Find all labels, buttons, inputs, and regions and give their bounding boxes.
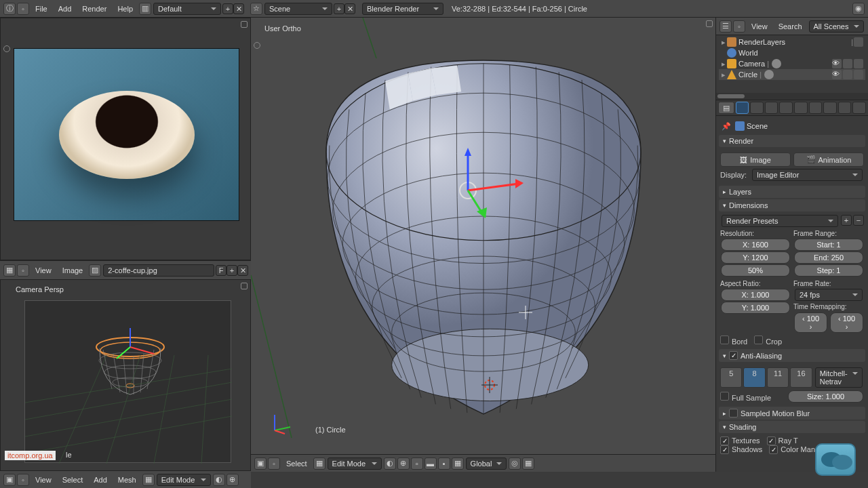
aa-16-button[interactable]: 16 bbox=[790, 367, 812, 388]
res-x-field[interactable]: X: 1600 bbox=[721, 239, 790, 251]
image-filename-field[interactable]: 2-coffe-cup.jpg bbox=[103, 264, 214, 277]
dimensions-panel-header[interactable]: Dimensions bbox=[719, 199, 865, 211]
editor-type-icon[interactable]: ▣ bbox=[254, 458, 267, 470]
remap-old-field[interactable]: ‹ 100 › bbox=[794, 312, 827, 333]
pivot-icon[interactable]: ⊕ bbox=[226, 474, 239, 486]
view-menu[interactable]: View bbox=[747, 21, 772, 32]
frame-step-field[interactable]: Step: 1 bbox=[794, 264, 863, 277]
shading-icon[interactable]: ◐ bbox=[213, 474, 225, 486]
render-menu[interactable]: Render bbox=[77, 3, 112, 15]
outliner[interactable]: ▸RenderLayers| World ▸Camera|👁 ▸Circle|👁 bbox=[716, 35, 868, 93]
add-menu[interactable]: Add bbox=[88, 474, 113, 486]
aspect-y-field[interactable]: Y: 1.000 bbox=[721, 302, 790, 314]
image-menu[interactable]: Image bbox=[57, 264, 89, 277]
help-menu[interactable]: Help bbox=[112, 3, 138, 15]
display-dropdown[interactable]: Image Editor bbox=[752, 169, 863, 181]
image-browse-icon[interactable]: ▨ bbox=[89, 264, 101, 277]
outliner-filter-dropdown[interactable]: All Scenes bbox=[809, 20, 864, 33]
pin-icon[interactable]: 📌 bbox=[722, 122, 731, 131]
render-engine-dropdown[interactable]: Blender Render bbox=[362, 3, 443, 15]
render-panel-header[interactable]: Render bbox=[719, 135, 865, 147]
collapse-menu-icon[interactable]: ◦ bbox=[17, 264, 29, 277]
shading-panel-header[interactable]: Shading bbox=[719, 421, 865, 433]
file-menu[interactable]: File bbox=[30, 3, 53, 15]
fps-dropdown[interactable]: 24 fps bbox=[795, 289, 863, 301]
collapse-menu-icon[interactable]: ◦ bbox=[268, 458, 280, 470]
scene-close-button[interactable]: ✕ bbox=[344, 3, 355, 14]
layout-dropdown[interactable]: Default bbox=[153, 3, 221, 15]
render-animation-button[interactable]: 🎬Animation bbox=[793, 152, 864, 167]
shadows-checkbox[interactable]: Shadows bbox=[720, 445, 762, 454]
world-tab[interactable] bbox=[765, 102, 778, 114]
screen-browse-icon[interactable]: ▥ bbox=[139, 3, 151, 15]
crop-checkbox[interactable]: Crop bbox=[754, 336, 782, 346]
aa-enable-checkbox[interactable] bbox=[729, 351, 738, 360]
data-tab[interactable] bbox=[823, 102, 837, 114]
scene-add-button[interactable]: + bbox=[334, 3, 344, 14]
editor-type-icon[interactable]: ▤ bbox=[718, 102, 734, 114]
layers-panel-header[interactable]: Layers bbox=[719, 186, 865, 198]
collapse-menu-icon[interactable]: ◦ bbox=[17, 3, 29, 15]
image-add-button[interactable]: + bbox=[226, 265, 237, 276]
vertex-select-icon[interactable]: ▫ bbox=[411, 458, 423, 470]
aa-8-button[interactable]: 8 bbox=[743, 367, 765, 388]
constraints-tab[interactable] bbox=[794, 102, 808, 114]
outliner-scrollbar[interactable] bbox=[717, 94, 745, 98]
editor-type-icon[interactable]: ▦ bbox=[3, 264, 16, 277]
limit-selection-icon[interactable]: ▦ bbox=[452, 458, 464, 470]
selectable-icon[interactable] bbox=[843, 59, 852, 68]
fake-user-button[interactable]: F bbox=[216, 265, 226, 276]
res-pct-field[interactable]: 50% bbox=[721, 264, 790, 277]
motion-blur-checkbox[interactable] bbox=[729, 409, 738, 418]
view-menu[interactable]: View bbox=[30, 264, 57, 277]
aspect-x-field[interactable]: X: 1.000 bbox=[721, 289, 790, 301]
mesh-menu[interactable]: Mesh bbox=[113, 474, 142, 486]
aa-filter-dropdown[interactable]: Mitchell-Netrav bbox=[815, 367, 863, 388]
frame-start-field[interactable]: Start: 1 bbox=[794, 239, 863, 251]
editor-type-icon[interactable]: ▣ bbox=[3, 474, 16, 486]
snap-target-icon[interactable]: ▦ bbox=[522, 458, 534, 470]
blender-logo-icon[interactable]: ◉ bbox=[852, 3, 865, 15]
breadcrumb[interactable]: 📌 Scene bbox=[719, 119, 865, 134]
mode-icon[interactable]: ▦ bbox=[313, 458, 326, 470]
image-unlink-button[interactable]: ✕ bbox=[237, 265, 248, 276]
aa-panel-header[interactable]: Anti-Aliasing bbox=[719, 349, 865, 362]
mode-dropdown[interactable]: Edit Mode bbox=[328, 458, 382, 470]
full-sample-checkbox[interactable]: Full Sample bbox=[720, 392, 783, 402]
texture-tab[interactable] bbox=[852, 102, 866, 114]
camera-data-icon[interactable] bbox=[772, 59, 781, 68]
transform-gizmo[interactable] bbox=[454, 146, 536, 228]
renderable-icon[interactable] bbox=[854, 59, 863, 68]
scene-browse-icon[interactable]: ☆ bbox=[250, 3, 262, 15]
shading-icon[interactable]: ◐ bbox=[384, 458, 396, 470]
select-menu[interactable]: Select bbox=[57, 474, 89, 486]
scene-tab[interactable] bbox=[750, 102, 764, 114]
ray-tracing-checkbox[interactable]: Ray T bbox=[767, 436, 798, 445]
layout-add-button[interactable]: + bbox=[222, 3, 233, 14]
render-image-button[interactable]: 🖼Image bbox=[720, 152, 791, 167]
object-tab[interactable] bbox=[779, 102, 793, 114]
border-checkbox[interactable]: Bord bbox=[720, 336, 747, 346]
material-tab[interactable] bbox=[838, 102, 852, 114]
aa-5-button[interactable]: 5 bbox=[720, 367, 742, 388]
renderable-icon[interactable] bbox=[854, 70, 863, 79]
camera-viewport[interactable] bbox=[24, 300, 231, 463]
visibility-icon[interactable]: 👁 bbox=[832, 59, 842, 68]
preset-remove-button[interactable]: − bbox=[853, 215, 864, 226]
chat-widget[interactable] bbox=[815, 443, 856, 476]
remap-new-field[interactable]: ‹ 100 › bbox=[830, 312, 863, 333]
frame-end-field[interactable]: End: 250 bbox=[794, 251, 863, 264]
pivot-icon[interactable]: ⊕ bbox=[397, 458, 410, 470]
render-presets-dropdown[interactable]: Render Presets bbox=[722, 215, 838, 227]
collapse-menu-icon[interactable]: ◦ bbox=[17, 474, 29, 486]
3d-viewport[interactable]: User Ortho bbox=[251, 18, 715, 472]
panel-expand-icon[interactable] bbox=[3, 45, 10, 52]
modifiers-tab[interactable] bbox=[809, 102, 823, 114]
snap-icon[interactable]: ◎ bbox=[509, 458, 521, 470]
visibility-icon[interactable]: 👁 bbox=[832, 70, 842, 79]
search-menu[interactable]: Search bbox=[774, 21, 806, 32]
mode-dropdown[interactable]: Edit Mode bbox=[157, 474, 211, 486]
edge-select-icon[interactable]: ▬ bbox=[425, 458, 437, 470]
textures-checkbox[interactable]: Textures bbox=[720, 436, 760, 445]
panel-drag-corner[interactable] bbox=[241, 283, 248, 289]
